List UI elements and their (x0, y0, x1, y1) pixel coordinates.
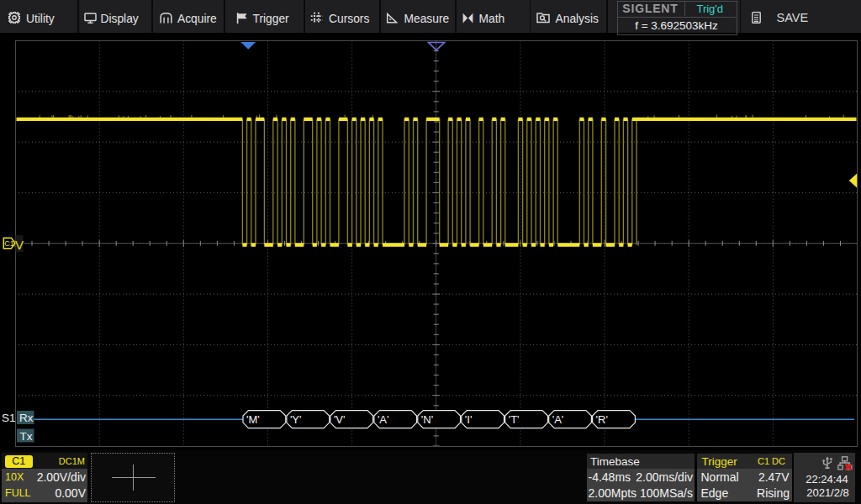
svg-text:V: V (15, 238, 24, 252)
svg-text:'A': 'A' (552, 413, 564, 426)
svg-text:Tx: Tx (20, 430, 33, 443)
svg-text:S1: S1 (2, 412, 16, 424)
svg-text:Rx: Rx (19, 412, 34, 424)
svg-text:'M': 'M' (246, 413, 260, 426)
svg-text:'T': 'T' (509, 413, 520, 426)
svg-text:'I': 'I' (465, 413, 473, 426)
svg-text:'Y': 'Y' (290, 413, 302, 426)
svg-text:'R': 'R' (596, 413, 608, 426)
svg-text:'V': 'V' (334, 413, 346, 426)
svg-text:'A': 'A' (378, 413, 389, 426)
svg-text:'N': 'N' (421, 413, 433, 426)
svg-text:C1: C1 (4, 239, 14, 248)
